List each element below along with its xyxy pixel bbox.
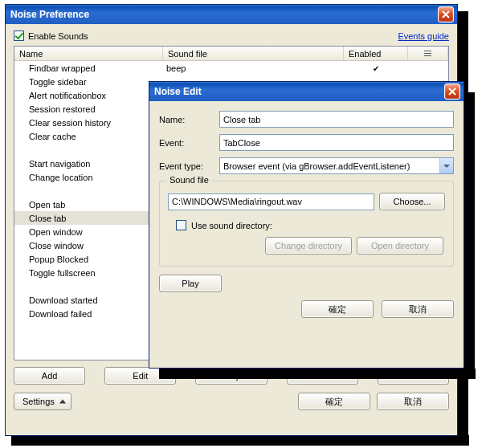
edit-title: Noise Edit — [154, 86, 444, 97]
col-name[interactable]: Name — [14, 47, 163, 60]
settings-button[interactable]: Settings — [14, 393, 71, 410]
open-directory-button[interactable]: Open directory — [357, 237, 443, 255]
check-icon — [373, 63, 379, 73]
enable-sounds-checkbox[interactable] — [14, 31, 24, 41]
close-icon[interactable] — [438, 6, 454, 22]
pref-title: Noise Preference — [10, 9, 438, 20]
event-label: Event: — [159, 138, 219, 148]
pref-ok-button[interactable]: 確定 — [298, 393, 370, 410]
sound-path-input[interactable] — [168, 193, 374, 210]
events-guide-link[interactable]: Events guide — [398, 31, 449, 41]
edit-cancel-button[interactable]: 取消 — [382, 300, 454, 318]
col-enabled[interactable]: Enabled — [344, 47, 408, 60]
use-sound-dir-label: Use sound directory: — [191, 221, 272, 230]
svg-rect-0 — [424, 51, 431, 51]
name-label: Name: — [159, 115, 219, 124]
close-icon[interactable] — [444, 83, 460, 100]
event-input[interactable] — [219, 134, 454, 151]
change-directory-button[interactable]: Change directory — [265, 237, 352, 255]
edit-ok-button[interactable]: 確定 — [301, 300, 374, 318]
col-menu-icon[interactable] — [408, 47, 448, 60]
chevron-down-icon[interactable] — [439, 158, 453, 173]
use-sound-dir-checkbox[interactable] — [176, 220, 186, 230]
list-header[interactable]: Name Sound file Enabled — [14, 47, 448, 61]
event-type-label: Event type: — [159, 161, 219, 171]
table-row[interactable]: Findbar wrappedbeep — [14, 61, 448, 75]
col-sound[interactable]: Sound file — [163, 47, 344, 60]
sound-file-group: Sound file Choose... Use sound directory… — [159, 181, 454, 267]
sound-file-legend: Sound file — [166, 175, 212, 185]
pref-titlebar[interactable]: Noise Preference — [6, 5, 457, 24]
svg-rect-2 — [424, 55, 431, 56]
enable-sounds-label: Enable Sounds — [28, 31, 88, 41]
pref-cancel-button[interactable]: 取消 — [377, 393, 449, 410]
svg-rect-1 — [424, 53, 431, 54]
add-button[interactable]: Add — [14, 367, 85, 385]
edit-titlebar[interactable]: Noise Edit — [149, 82, 463, 101]
name-input[interactable] — [219, 111, 454, 128]
noise-edit-dialog: Noise Edit Name: Event: Event type: Brow… — [149, 81, 464, 369]
choose-button[interactable]: Choose... — [379, 193, 445, 210]
edit-play-button[interactable]: Play — [159, 275, 222, 292]
event-type-select[interactable]: Browser event (via gBrowser.addEventList… — [219, 157, 454, 174]
